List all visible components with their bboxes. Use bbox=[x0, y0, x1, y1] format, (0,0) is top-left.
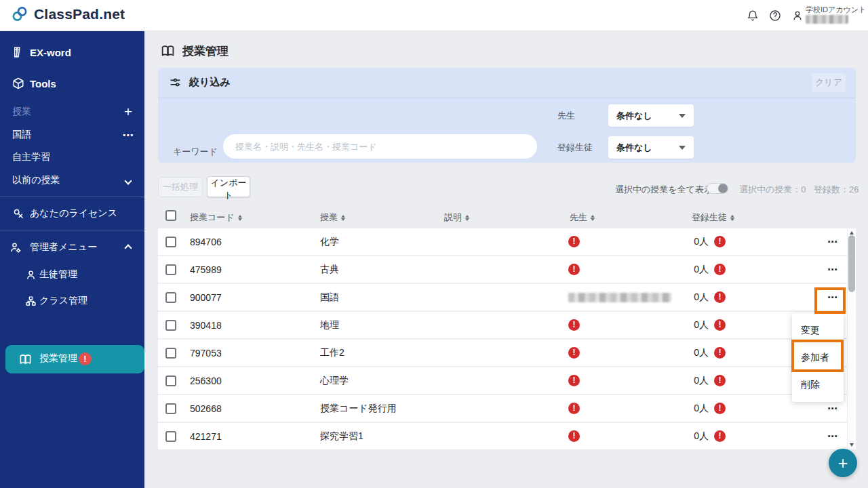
account-type-label: 学校IDアカウント bbox=[806, 5, 866, 15]
table-row: 502668 授業コード発行用 ! 0人 ! ⋯ bbox=[158, 395, 847, 423]
import-button[interactable]: インポート bbox=[207, 176, 250, 197]
scroll-down-arrow-icon[interactable] bbox=[850, 443, 854, 447]
sidebar-item-student-management[interactable]: 生徒管理 bbox=[0, 266, 144, 283]
table-row: 797053 工作2 ! 0人 ! ⋯ bbox=[158, 340, 847, 367]
row-checkbox[interactable] bbox=[165, 292, 176, 303]
total-count: 登録数：26 bbox=[814, 184, 859, 196]
class-code-cell: 894706 bbox=[190, 228, 222, 255]
sidebar-item-license[interactable]: あなたのライセンス bbox=[0, 205, 144, 222]
menu-item-change[interactable]: 変更 bbox=[792, 317, 844, 344]
class-name-cell: 探究学習1 bbox=[320, 423, 363, 449]
column-header-teacher[interactable]: 先生 bbox=[570, 211, 595, 224]
sidebar-item-lesson-management-selected[interactable]: 授業管理 ! bbox=[5, 345, 144, 373]
row-checkbox[interactable] bbox=[165, 375, 176, 386]
row-checkbox[interactable] bbox=[165, 264, 176, 275]
teacher-alert-icon: ! bbox=[568, 236, 580, 247]
app-header: ClassPad.net 学校IDアカウント bbox=[0, 0, 868, 31]
scrollbar-thumb[interactable] bbox=[848, 235, 855, 292]
teacher-cell: ! bbox=[568, 367, 580, 394]
add-class-icon[interactable]: + bbox=[121, 105, 136, 119]
sidebar-item-tools[interactable]: Tools bbox=[0, 75, 144, 92]
account-name-redacted bbox=[806, 15, 848, 24]
menu-item-delete[interactable]: 削除 bbox=[792, 371, 844, 399]
sidebar-item-previous-classes[interactable]: 以前の授業 bbox=[0, 171, 144, 189]
row-menu-button[interactable]: ⋯ bbox=[819, 284, 846, 310]
notifications-bell-icon[interactable] bbox=[747, 9, 759, 22]
students-count-cell: 0人 bbox=[687, 340, 709, 366]
students-alert-icon: ! bbox=[714, 375, 726, 386]
teacher-cell: ! bbox=[568, 312, 580, 338]
scroll-up-arrow-icon[interactable] bbox=[850, 231, 854, 235]
class-name-cell: 授業コード発行用 bbox=[320, 395, 397, 422]
sidebar: EX-word Tools 授業 + 国語 ⋯ 自主学習 以前の授業 あなたのラ… bbox=[0, 31, 144, 488]
teacher-cell: ! bbox=[568, 256, 580, 283]
row-checkbox[interactable] bbox=[165, 237, 176, 247]
toggle-knob bbox=[718, 184, 728, 193]
students-count-cell: 0人 bbox=[687, 256, 709, 283]
column-header-students[interactable]: 登録生徒 bbox=[692, 211, 734, 224]
open-book-icon bbox=[161, 44, 175, 58]
teacher-filter-dropdown[interactable]: 条件なし bbox=[608, 104, 694, 127]
table-scrollbar[interactable] bbox=[847, 228, 856, 449]
students-count-cell: 0人 bbox=[687, 228, 709, 255]
brand-logo[interactable]: ClassPad.net bbox=[11, 5, 125, 23]
students-count-cell: 0人 bbox=[687, 423, 709, 449]
class-code-cell: 256300 bbox=[190, 367, 222, 394]
class-code-cell: 421271 bbox=[190, 423, 222, 449]
table-row: 421271 探究学習1 ! 0人 ! ⋯ bbox=[158, 423, 847, 449]
student-person-icon bbox=[24, 268, 37, 281]
teacher-alert-icon: ! bbox=[568, 347, 580, 359]
students-filter-dropdown[interactable]: 条件なし bbox=[608, 136, 694, 159]
page-title: 授業管理 bbox=[161, 43, 229, 59]
row-menu-button[interactable]: ⋯ bbox=[819, 256, 846, 283]
class-code-cell: 900077 bbox=[190, 284, 222, 310]
column-header-class-code[interactable]: 授業コード bbox=[190, 211, 242, 224]
row-menu-button[interactable]: ⋯ bbox=[819, 228, 846, 255]
help-icon[interactable] bbox=[769, 9, 781, 22]
key-icon bbox=[12, 207, 24, 220]
sort-icon bbox=[465, 215, 469, 221]
students-filter-label: 登録生徒 bbox=[557, 142, 593, 154]
teacher-cell: ! bbox=[568, 340, 580, 366]
sort-icon bbox=[591, 215, 595, 221]
students-alert-icon: ! bbox=[714, 291, 726, 303]
column-header-description[interactable]: 説明 bbox=[444, 211, 469, 224]
row-checkbox[interactable] bbox=[165, 320, 176, 331]
teacher-cell: ! bbox=[568, 395, 580, 422]
kokugo-menu-icon[interactable]: ⋯ bbox=[121, 129, 136, 142]
row-menu-button[interactable]: ⋯ bbox=[819, 423, 846, 449]
table-row: 256300 心理学 ! 0人 ! ⋯ bbox=[158, 367, 847, 395]
sidebar-item-self-study[interactable]: 自主学習 bbox=[0, 148, 144, 166]
class-name-cell: 地理 bbox=[320, 312, 339, 338]
clear-filter-button[interactable]: クリア bbox=[812, 73, 846, 92]
sidebar-item-ex-word[interactable]: EX-word bbox=[0, 43, 144, 61]
sidebar-item-classes[interactable]: 授業 + bbox=[0, 103, 144, 121]
teacher-alert-icon: ! bbox=[568, 264, 580, 275]
bulk-action-button[interactable]: 一括処理 bbox=[158, 177, 203, 197]
row-checkbox[interactable] bbox=[165, 431, 176, 442]
select-all-checkbox[interactable] bbox=[165, 210, 176, 221]
keyword-input[interactable] bbox=[223, 134, 537, 159]
sidebar-divider bbox=[0, 230, 144, 230]
account-user-icon[interactable] bbox=[791, 9, 804, 22]
row-context-menu: 変更 参加者 削除 bbox=[792, 313, 844, 402]
row-checkbox[interactable] bbox=[165, 348, 176, 359]
sidebar-item-admin-menu[interactable]: 管理者メニュー bbox=[0, 239, 144, 256]
menu-item-participants[interactable]: 参加者 bbox=[792, 344, 844, 371]
show-selected-toggle[interactable] bbox=[707, 183, 728, 194]
column-header-class[interactable]: 授業 bbox=[320, 211, 345, 224]
teacher-cell: ! bbox=[568, 228, 580, 255]
students-alert-icon: ! bbox=[714, 430, 726, 442]
students-alert-icon: ! bbox=[714, 347, 726, 359]
table-row: 900077 国語 0人 ! ⋯ bbox=[158, 284, 847, 312]
add-class-fab[interactable]: + bbox=[829, 449, 857, 477]
class-name-cell: 工作2 bbox=[320, 340, 344, 366]
sidebar-item-class-management[interactable]: クラス管理 bbox=[0, 292, 144, 310]
row-checkbox[interactable] bbox=[165, 403, 176, 414]
sidebar-item-kokugo[interactable]: 国語 ⋯ bbox=[0, 126, 144, 144]
students-count-cell: 0人 bbox=[687, 284, 709, 310]
show-selected-toggle-label: 選択中の授業を全て表示 bbox=[615, 184, 713, 196]
filter-header: 絞り込み bbox=[169, 76, 231, 89]
table-row: 894706 化学 ! 0人 ! ⋯ bbox=[158, 228, 847, 256]
students-alert-icon: ! bbox=[714, 236, 726, 247]
